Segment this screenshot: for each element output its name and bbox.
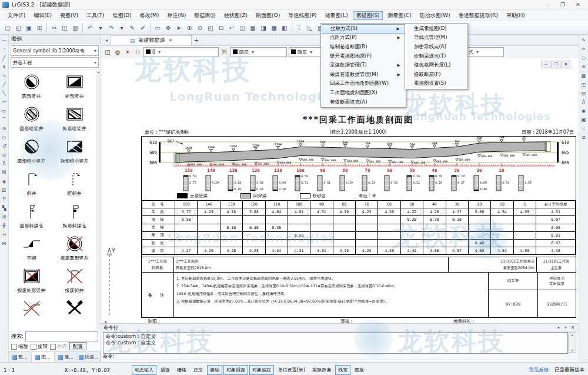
menubar-item-3[interactable]: 视图(V) (56, 11, 82, 20)
left-tool-measure-icon[interactable]: ⋈ (1, 239, 8, 248)
checkbox-缩放[interactable]: 缩放 (11, 343, 28, 350)
submenu-item-导线点管理(M)[interactable]: 导线点管理(M) (406, 34, 467, 43)
legend-item-矩形暗小竖井[interactable]: 矩形暗小竖井 (53, 138, 96, 164)
right-tool-block-icon[interactable]: ▣ (580, 115, 587, 124)
sun-icon[interactable]: ☀ (123, 49, 132, 55)
right-tool-snap-grid-icon[interactable]: ⌗ (580, 124, 587, 133)
submenu-item-提取断层(F)[interactable]: 提取断层(F) (406, 70, 467, 79)
redo-list-icon[interactable]: ▾ (117, 23, 126, 32)
plot-icon[interactable]: ⊞ (35, 23, 44, 32)
status-意见反馈[interactable]: 意见反馈 (529, 367, 549, 374)
close-button[interactable]: ✕ (570, 1, 586, 9)
viewport-icon[interactable]: ◫ (238, 23, 247, 32)
sidebar-tab-图...[interactable]: 图... (32, 352, 55, 362)
legend-item-scrapped-adit[interactable] (10, 300, 53, 320)
menu-item-错开素描图地层(F)[interactable]: 错开素描图地层(F) (322, 52, 405, 61)
left-tool-block-icon[interactable]: ◈ (1, 177, 8, 186)
checkbox-对齐[interactable]: 对齐 (50, 343, 67, 350)
menubar-item-9[interactable]: 柱状图(Z) (220, 11, 251, 20)
document-tab[interactable]: ▤ 新建数据源 ✕ (111, 35, 192, 45)
left-tool-grid-icon[interactable]: ╬ (1, 221, 8, 230)
sidebar-tab-快速...[interactable]: 快速... (78, 352, 101, 362)
status-button-栅格[interactable]: 栅格 (174, 365, 189, 375)
menubar-item-16[interactable]: 巷道数据提取(R) (455, 11, 502, 20)
zoom-extent-icon[interactable]: ◰ (206, 23, 215, 32)
left-tool-circle-cr-icon[interactable]: ⊙ (1, 124, 8, 133)
left-tool-mtext-icon[interactable]: M (1, 168, 8, 177)
menubar-item-2[interactable]: 编辑(E) (30, 11, 55, 20)
menu-item-采煤数据管理(T)[interactable]: 采煤数据管理(T)▶ (322, 61, 405, 70)
menubar-item-7[interactable]: 标注(N) (163, 11, 189, 20)
tab-back-icon[interactable]: ◂ (102, 38, 111, 43)
right-tool-target-icon[interactable]: ◉ (580, 107, 587, 115)
right-tool-draw-icon[interactable]: ✎ (580, 36, 587, 45)
menu-item-工作面地质剖面图(X)[interactable]: 工作面地质剖面图(X) (322, 88, 405, 98)
undo-list-icon[interactable]: ▾ (96, 23, 105, 32)
color-select[interactable]: 随层▾ (230, 47, 287, 57)
menubar-item-10[interactable]: 剖面图(O) (252, 11, 283, 20)
select-icon[interactable]: ➤ (174, 23, 183, 32)
legend-item-hammers[interactable] (53, 300, 96, 320)
submenu-item-加密导线点(A)[interactable]: 加密导线点(A) (406, 42, 467, 52)
minimize-button[interactable]: — (540, 1, 555, 9)
legend-item-圆形暗小竖井[interactable]: 圆形暗小竖井 (10, 138, 53, 164)
checkbox-旋转[interactable]: 旋转 (31, 343, 48, 350)
window-view-icon[interactable]: ◧ (280, 23, 289, 32)
status-button-线宽[interactable]: 线宽 (335, 365, 350, 375)
legend-item-矩形斜煤仓[interactable]: 矩形斜煤仓 (53, 203, 96, 229)
right-tool-add-icon[interactable]: ⊕ (580, 62, 587, 71)
copy-icon[interactable]: ◫ (60, 23, 69, 32)
command-prompt[interactable]: 命令: (103, 353, 115, 360)
symbol-category-select[interactable]: 井巷工程 ▾ (11, 57, 99, 68)
menubar-item-13[interactable]: 素描图(S) (353, 11, 383, 20)
panel-pin-icon[interactable]: ⌖ (562, 325, 569, 331)
right-tool-text-icon[interactable]: A (580, 98, 587, 107)
left-tool-ray-icon[interactable]: ╱ (1, 80, 8, 89)
section-tool-icon[interactable]: ⌶ (295, 23, 304, 32)
legend-item-报废矩形竖井[interactable]: 报废矩形竖井 (10, 267, 53, 294)
layer-view-icon[interactable]: ▩ (269, 23, 279, 32)
right-tool-copy-obj-icon[interactable]: ◫ (580, 80, 587, 89)
legend-item-平峒[interactable]: 平峒 (10, 235, 53, 261)
panel-collapse-icon[interactable]: ▾ (555, 325, 562, 330)
status-button-极轴[interactable]: 极轴 (207, 365, 222, 375)
menubar-item-4[interactable]: 工具(T) (83, 11, 108, 20)
right-tool-list-icon[interactable]: ≣ (580, 133, 587, 142)
left-tool-donut-icon[interactable]: ◎ (1, 151, 8, 160)
right-tool-circle-icon[interactable]: ○ (580, 54, 587, 62)
menubar-item-1[interactable]: 文件(F) (4, 11, 29, 20)
status-button-图板[interactable]: 图板 (352, 365, 367, 375)
mdi-restore-icon[interactable]: ❐ (552, 61, 560, 68)
status-button-正交[interactable]: 正交 (191, 365, 206, 375)
command-history[interactable]: 命令:custom : 自定义命令:custom : 自定义 (103, 332, 568, 354)
undo-icon[interactable]: ↶ (85, 23, 95, 32)
right-tool-hatch-icon[interactable]: ▦ (580, 71, 587, 80)
menubar-item-15[interactable]: 防治水图(W) (416, 11, 454, 20)
left-tool-rect-icon[interactable]: ▭ (1, 107, 8, 115)
status-button-实际距离[interactable]: 实际距离 (309, 365, 334, 375)
menu-item-坐标方式(S)[interactable]: 坐标方式(S)▶ (322, 24, 405, 34)
mdi-close-icon[interactable]: ✕ (562, 61, 570, 68)
menu-item-巷道断面填充(A)[interactable]: 巷道断面填充(A) (322, 98, 405, 107)
menubar-item-17[interactable]: 帮助(H) (503, 11, 529, 20)
status-button-单位设置(米)[interactable]: 单位设置(米) (275, 365, 308, 375)
menubar-item-6[interactable]: 修改(M) (136, 11, 163, 20)
menubar-item-5[interactable]: 绘图(D) (109, 11, 135, 20)
left-tool-point-icon[interactable]: · (1, 45, 8, 54)
left-tool-revcloud-icon[interactable]: ↺ (1, 142, 8, 151)
status-button-对象捕捉[interactable]: 对象捕捉 (223, 365, 248, 375)
status-button-捕捉[interactable]: 捕捉 (158, 365, 173, 375)
submenu-item-绘制采煤点(T)[interactable]: 绘制采煤点(T) (406, 52, 467, 61)
left-tool-corner-icon[interactable]: ⌐ (1, 98, 8, 107)
left-tool-divide-icon[interactable]: ∺ (1, 230, 8, 239)
left-tool-arc-icon[interactable]: ⌒ (1, 115, 8, 124)
command-scrollbar[interactable]: ▴▾ (568, 332, 576, 353)
redo-icon[interactable]: ↷ (106, 23, 116, 32)
legend-item-圆形斜煤仓[interactable]: 圆形斜煤仓 (10, 203, 53, 229)
new-icon[interactable]: ▢ (3, 23, 12, 32)
left-tool-array-icon[interactable]: ⠿ (1, 195, 8, 204)
menu-item-采煤巷道数据管理(M)[interactable]: 采煤巷道数据管理(M)▶ (322, 70, 405, 79)
zoom-in-icon[interactable]: ⊕ (185, 23, 194, 32)
sidebar-tab-属...[interactable]: 属... (55, 352, 78, 362)
legend-item-矩形暗竖井[interactable]: 矩形暗竖井 (53, 105, 96, 132)
